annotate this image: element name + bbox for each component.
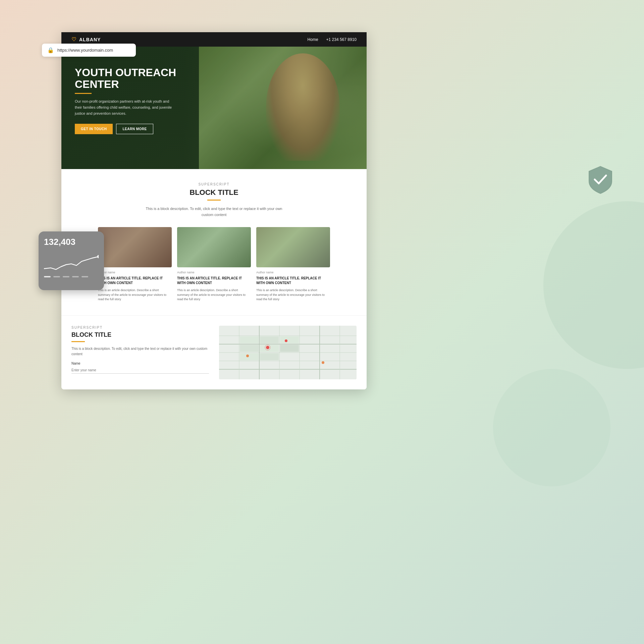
contact-form-area: SUPERSCRIPT BLOCK TITLE This is a block … (71, 326, 209, 379)
svg-point-23 (285, 339, 287, 342)
article-author-1: Author name (98, 271, 172, 274)
article-image-2 (177, 227, 251, 267)
svg-rect-12 (240, 336, 259, 343)
articles-grid: Author name THIS IS AN ARTICLE TITLE. RE… (71, 227, 357, 302)
block-underline-2 (71, 341, 85, 342)
article-title-1: THIS IS AN ARTICLE TITLE. REPLACE IT WIT… (98, 276, 172, 285)
article-desc-1: This is an article description. Describe… (98, 288, 172, 302)
block-title-2: BLOCK TITLE (71, 331, 209, 338)
superscript-2: SUPERSCRIPT (71, 326, 209, 329)
article-title-2: THIS IS AN ARTICLE TITLE. REPLACE IT WIT… (177, 276, 251, 285)
svg-rect-16 (260, 345, 279, 352)
learn-more-button[interactable]: LEARN MORE (116, 124, 153, 134)
stats-widget: 132,403 (39, 231, 104, 290)
bottom-section: SUPERSCRIPT BLOCK TITLE This is a block … (61, 315, 367, 389)
address-bar[interactable]: 🔒 https://www.yourdomain.com (42, 44, 136, 57)
map-svg (219, 326, 357, 379)
hero-section: YOUTH OUTREACH CENTER Our non-profit org… (61, 47, 367, 169)
logo-heart-icon: ♡ (71, 36, 76, 43)
name-input[interactable] (71, 367, 209, 374)
svg-point-22 (246, 355, 249, 357)
article-card-2: Author name THIS IS AN ARTICLE TITLE. RE… (177, 227, 251, 302)
url-text: https://www.yourdomain.com (57, 48, 113, 53)
nav-phone[interactable]: +1 234 567 8910 (326, 37, 357, 42)
article-card-1: Author name THIS IS AN ARTICLE TITLE. RE… (98, 227, 172, 302)
hero-content: YOUTH OUTREACH CENTER Our non-profit org… (61, 47, 229, 154)
shield-icon (585, 164, 615, 195)
article-author-2: Author name (177, 271, 251, 274)
superscript-1: SUPERSCRIPT (71, 182, 357, 186)
stats-dot-3 (63, 276, 69, 277)
article-desc-3: This is an article description. Describe… (256, 288, 330, 302)
svg-rect-13 (260, 336, 279, 343)
logo-text: ALBANY (79, 37, 101, 42)
lock-icon: 🔒 (47, 47, 54, 53)
hero-title: YOUTH OUTREACH CENTER (75, 67, 216, 90)
block-underline-1 (207, 200, 221, 201)
block-title-1: BLOCK TITLE (71, 188, 357, 197)
hero-person-silhouette (266, 53, 340, 161)
svg-point-20 (266, 346, 269, 349)
article-desc-2: This is an article description. Describe… (177, 288, 251, 302)
block-description-1: This is a block description. To edit, cl… (144, 206, 284, 218)
stats-dots (44, 276, 99, 277)
block-section-1: SUPERSCRIPT BLOCK TITLE This is a block … (61, 169, 367, 315)
stats-dot-2 (53, 276, 60, 277)
nav-links: Home +1 234 567 8910 (308, 37, 357, 42)
bg-decoration-1 (543, 201, 644, 369)
article-card-3: Author name THIS IS AN ARTICLE TITLE. RE… (256, 227, 330, 302)
svg-point-25 (97, 255, 99, 258)
hero-underline (75, 93, 92, 94)
svg-rect-15 (240, 345, 259, 352)
stats-chart-svg (44, 253, 99, 273)
bg-decoration-2 (493, 369, 610, 486)
website-preview: ♡ ALBANY Home +1 234 567 8910 YOUTH OUTR… (61, 32, 367, 389)
map-area (219, 326, 357, 379)
hero-description: Our non-profit organization partners wit… (75, 99, 175, 116)
stats-dot-5 (82, 276, 88, 277)
svg-rect-18 (240, 353, 259, 360)
logo: ♡ ALBANY (71, 36, 101, 43)
block-description-2: This is a block description. To edit, cl… (71, 346, 209, 357)
svg-point-24 (322, 361, 324, 364)
map-placeholder (219, 326, 357, 379)
name-field-container: Name (71, 362, 209, 374)
article-title-3: THIS IS AN ARTICLE TITLE. REPLACE IT WIT… (256, 276, 330, 285)
security-badge (585, 164, 615, 195)
svg-rect-14 (280, 336, 299, 343)
stats-dot-1 (44, 276, 51, 277)
hero-buttons: GET IN TOUCH LEARN MORE (75, 124, 216, 134)
svg-rect-19 (260, 353, 279, 360)
article-image-1 (98, 227, 172, 267)
article-image-3 (256, 227, 330, 267)
get-in-touch-button[interactable]: GET IN TOUCH (75, 124, 113, 134)
svg-rect-17 (280, 345, 299, 352)
name-label: Name (71, 362, 209, 365)
article-author-3: Author name (256, 271, 330, 274)
stats-number: 132,403 (44, 237, 99, 247)
nav-home[interactable]: Home (308, 37, 318, 42)
stats-chart (44, 253, 99, 273)
stats-dot-4 (72, 276, 79, 277)
